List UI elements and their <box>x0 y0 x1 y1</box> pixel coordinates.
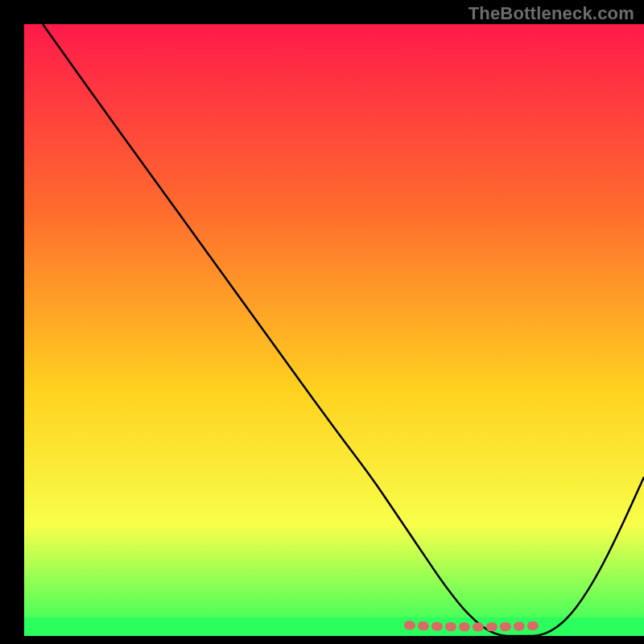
green-floor <box>24 617 644 636</box>
attribution-text: TheBottleneck.com <box>469 3 634 24</box>
bottleneck-chart <box>0 0 644 644</box>
gradient-background <box>24 24 644 636</box>
optimal-range-marker <box>408 625 544 627</box>
chart-frame: { "attribution": "TheBottleneck.com", "c… <box>0 0 644 644</box>
